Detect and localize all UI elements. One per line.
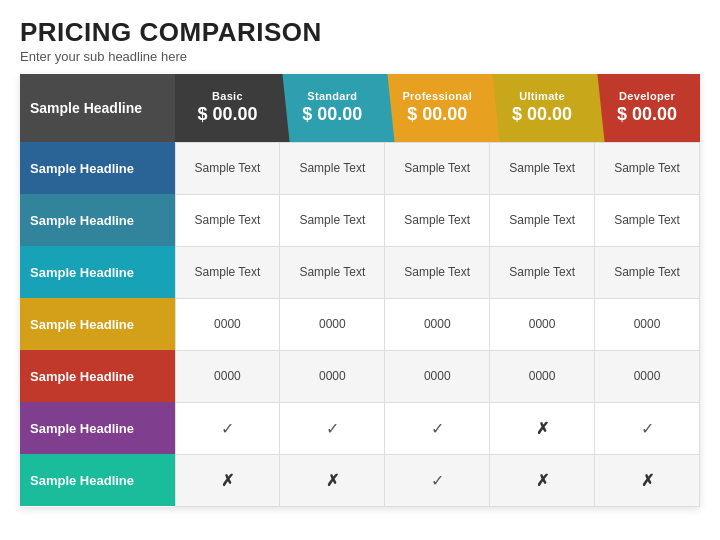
professional-price: $ 00.00 xyxy=(407,104,467,125)
standard-label: Standard xyxy=(307,90,357,102)
row-cell: Sample Text xyxy=(280,246,385,298)
check-icon: ✓ xyxy=(431,472,444,489)
cross-icon: ✗ xyxy=(326,472,339,489)
page: PRICING COMPARISON Enter your sub headli… xyxy=(0,0,720,540)
ultimate-header: Ultimate $ 00.00 xyxy=(490,74,595,143)
row-cell: ✓ xyxy=(175,402,280,454)
check-icon: ✓ xyxy=(221,420,234,437)
row-cell: Sample Text xyxy=(175,246,280,298)
row-cell: 0000 xyxy=(595,298,700,350)
row-cell: ✓ xyxy=(385,454,490,506)
check-icon: ✓ xyxy=(431,420,444,437)
developer-header: Developer $ 00.00 xyxy=(595,74,700,143)
sub-title: Enter your sub headline here xyxy=(20,49,700,64)
row-label: Sample Headline xyxy=(20,142,175,194)
row-cell: 0000 xyxy=(490,298,595,350)
row-cell: 0000 xyxy=(280,350,385,402)
row-label: Sample Headline xyxy=(20,454,175,506)
basic-price: $ 00.00 xyxy=(197,104,257,125)
row-cell: 0000 xyxy=(175,298,280,350)
header-row: Sample Headline Basic $ 00.00 Standard $… xyxy=(20,74,700,143)
row-cell: 0000 xyxy=(385,298,490,350)
professional-label: Professional xyxy=(402,90,472,102)
row-cell: ✗ xyxy=(595,454,700,506)
table-row: Sample HeadlineSample TextSample TextSam… xyxy=(20,194,700,246)
row-cell: Sample Text xyxy=(385,194,490,246)
row-cell: ✗ xyxy=(490,454,595,506)
main-title: PRICING COMPARISON xyxy=(20,18,700,47)
row-label: Sample Headline xyxy=(20,246,175,298)
row-cell: ✓ xyxy=(385,402,490,454)
row-cell: Sample Text xyxy=(175,142,280,194)
row-cell: 0000 xyxy=(490,350,595,402)
row-label: Sample Headline xyxy=(20,402,175,454)
row-cell: Sample Text xyxy=(385,246,490,298)
row-cell: 0000 xyxy=(175,350,280,402)
pricing-table: Sample Headline Basic $ 00.00 Standard $… xyxy=(20,74,700,507)
row-label: Sample Headline xyxy=(20,298,175,350)
standard-price: $ 00.00 xyxy=(302,104,362,125)
table-row: Sample Headline✓✓✓✗✓ xyxy=(20,402,700,454)
pricing-table-container: Sample Headline Basic $ 00.00 Standard $… xyxy=(20,74,700,507)
row-cell: Sample Text xyxy=(175,194,280,246)
basic-header: Basic $ 00.00 xyxy=(175,74,280,143)
developer-price: $ 00.00 xyxy=(617,104,677,125)
row-cell: Sample Text xyxy=(490,142,595,194)
cross-icon: ✗ xyxy=(641,472,654,489)
row-cell: Sample Text xyxy=(595,142,700,194)
row-cell: 0000 xyxy=(280,298,385,350)
row-cell: Sample Text xyxy=(385,142,490,194)
professional-header: Professional $ 00.00 xyxy=(385,74,490,143)
row-label: Sample Headline xyxy=(20,350,175,402)
table-row: Sample Headline00000000000000000000 xyxy=(20,350,700,402)
row-cell: 0000 xyxy=(385,350,490,402)
row-cell: Sample Text xyxy=(490,194,595,246)
row-cell: ✗ xyxy=(490,402,595,454)
developer-label: Developer xyxy=(619,90,675,102)
row-cell: Sample Text xyxy=(595,246,700,298)
table-row: Sample HeadlineSample TextSample TextSam… xyxy=(20,142,700,194)
row-cell: Sample Text xyxy=(490,246,595,298)
table-body: Sample HeadlineSample TextSample TextSam… xyxy=(20,142,700,506)
row-cell: 0000 xyxy=(595,350,700,402)
cross-icon: ✗ xyxy=(536,420,549,437)
basic-label: Basic xyxy=(212,90,243,102)
feature-header: Sample Headline xyxy=(20,74,175,143)
ultimate-label: Ultimate xyxy=(519,90,565,102)
table-row: Sample HeadlineSample TextSample TextSam… xyxy=(20,246,700,298)
row-cell: ✓ xyxy=(595,402,700,454)
standard-header: Standard $ 00.00 xyxy=(280,74,385,143)
row-cell: Sample Text xyxy=(595,194,700,246)
check-icon: ✓ xyxy=(641,420,654,437)
row-cell: ✗ xyxy=(175,454,280,506)
row-label: Sample Headline xyxy=(20,194,175,246)
row-cell: Sample Text xyxy=(280,142,385,194)
row-cell: ✗ xyxy=(280,454,385,506)
feature-header-label: Sample Headline xyxy=(30,100,142,116)
table-row: Sample Headline00000000000000000000 xyxy=(20,298,700,350)
table-row: Sample Headline✗✗✓✗✗ xyxy=(20,454,700,506)
row-cell: ✓ xyxy=(280,402,385,454)
row-cell: Sample Text xyxy=(280,194,385,246)
cross-icon: ✗ xyxy=(536,472,549,489)
check-icon: ✓ xyxy=(326,420,339,437)
ultimate-price: $ 00.00 xyxy=(512,104,572,125)
cross-icon: ✗ xyxy=(221,472,234,489)
